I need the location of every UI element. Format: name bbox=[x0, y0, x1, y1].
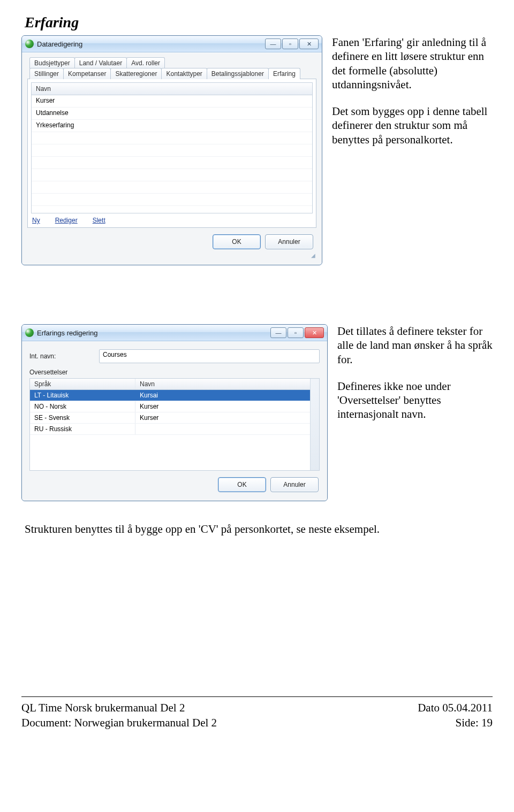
list-item[interactable] bbox=[32, 169, 312, 181]
body-text: Det tillates å definere tekster for alle… bbox=[337, 324, 493, 366]
cell-name bbox=[135, 427, 310, 431]
oversettelser-label: Oversettelser bbox=[29, 369, 320, 376]
dataredigering-window: Dataredigering — ▫ ✕ Budsjettyper Land /… bbox=[21, 35, 322, 265]
list-item[interactable] bbox=[32, 206, 312, 213]
body-text: Det som bygges opp i denne tabell define… bbox=[332, 104, 493, 147]
table-row[interactable]: NO - Norsk Kurser bbox=[30, 401, 310, 412]
tab-kompetanser[interactable]: Kompetanser bbox=[63, 68, 111, 79]
tab-skatteregioner[interactable]: Skatteregioner bbox=[110, 68, 162, 79]
body-text: Defineres ikke noe under 'Oversettelser'… bbox=[337, 379, 493, 422]
list-item[interactable] bbox=[32, 132, 312, 144]
maximize-button[interactable]: ▫ bbox=[288, 327, 304, 338]
globe-icon bbox=[25, 328, 34, 337]
close-button[interactable]: ✕ bbox=[299, 39, 319, 49]
ok-button[interactable]: OK bbox=[213, 234, 261, 249]
list-item[interactable] bbox=[32, 144, 312, 157]
resize-grip-icon[interactable]: ◢ bbox=[27, 252, 316, 259]
tab-budsjettyper[interactable]: Budsjettyper bbox=[29, 57, 75, 68]
erfaring-grid: Navn Kurser Utdannelse Yrkeserfaring bbox=[31, 82, 313, 213]
cell-lang: RU - Russisk bbox=[30, 424, 135, 434]
oversettelser-grid: Språk Navn LT - Litauisk Kursai NO - Nor… bbox=[29, 378, 320, 471]
list-item[interactable]: Utdannelse bbox=[32, 108, 312, 120]
footer-left-1: QL Time Norsk brukermanual Del 2 bbox=[21, 700, 217, 715]
tab-kontakttyper[interactable]: Kontakttyper bbox=[161, 68, 207, 79]
footer-left-2: Document: Norwegian brukermanual Del 2 bbox=[21, 715, 217, 730]
body-text: Strukturen benyttes til å bygge opp en '… bbox=[25, 523, 493, 536]
ny-link[interactable]: Ny bbox=[32, 217, 40, 224]
table-row[interactable]: RU - Russisk bbox=[30, 424, 310, 435]
cell-lang: SE - Svensk bbox=[30, 412, 135, 423]
minimize-button[interactable]: — bbox=[265, 39, 281, 49]
cell-lang: NO - Norsk bbox=[30, 401, 135, 412]
tab-avd-roller[interactable]: Avd. roller bbox=[126, 57, 165, 68]
intnavn-label: Int. navn: bbox=[29, 353, 94, 360]
titlebar: Erfarings redigering — ▫ ✕ bbox=[22, 325, 327, 341]
cell-name: Kursai bbox=[135, 390, 310, 401]
footer-right-2: Side: 19 bbox=[418, 715, 493, 730]
footer-right-1: Dato 05.04.2011 bbox=[418, 700, 493, 715]
maximize-button[interactable]: ▫ bbox=[282, 39, 298, 49]
cell-lang: LT - Litauisk bbox=[30, 390, 135, 401]
slett-link[interactable]: Slett bbox=[93, 217, 105, 224]
rediger-link[interactable]: Rediger bbox=[55, 217, 78, 224]
tab-stillinger[interactable]: Stillinger bbox=[29, 68, 64, 79]
grid-header-navn[interactable]: Navn bbox=[32, 83, 312, 95]
list-item[interactable] bbox=[32, 194, 312, 206]
window-title: Dataredigering bbox=[37, 40, 82, 48]
list-item[interactable] bbox=[32, 157, 312, 169]
table-row[interactable]: LT - Litauisk Kursai bbox=[30, 390, 310, 401]
col-header-sprak[interactable]: Språk bbox=[30, 379, 135, 389]
intnavn-input[interactable]: Courses bbox=[99, 349, 320, 363]
tab-betalingssjabloner[interactable]: Betalingssjabloner bbox=[207, 68, 269, 79]
cell-name: Kurser bbox=[135, 401, 310, 412]
window-title: Erfarings redigering bbox=[37, 329, 97, 337]
scrollbar[interactable] bbox=[310, 379, 319, 470]
col-header-navn[interactable]: Navn bbox=[135, 379, 310, 389]
tab-land-valutaer[interactable]: Land / Valutaer bbox=[74, 57, 127, 68]
tab-panel-erfaring: Navn Kurser Utdannelse Yrkeserfaring bbox=[27, 79, 316, 228]
cell-name: Kurser bbox=[135, 412, 310, 423]
page-footer: QL Time Norsk brukermanual Del 2 Documen… bbox=[21, 696, 493, 747]
cancel-button[interactable]: Annuler bbox=[270, 477, 319, 492]
table-row[interactable]: SE - Svensk Kurser bbox=[30, 412, 310, 424]
close-button[interactable]: ✕ bbox=[305, 327, 324, 338]
erfarings-redigering-window: Erfarings redigering — ▫ ✕ Int. navn: Co… bbox=[21, 324, 328, 501]
tab-erfaring[interactable]: Erfaring bbox=[268, 68, 300, 79]
cancel-button[interactable]: Annuler bbox=[265, 234, 313, 249]
page-title: Erfaring bbox=[25, 14, 493, 31]
titlebar: Dataredigering — ▫ ✕ bbox=[22, 36, 322, 52]
list-item[interactable]: Yrkeserfaring bbox=[32, 120, 312, 132]
body-text: Fanen 'Erfaring' gir anledning til å def… bbox=[332, 35, 493, 91]
globe-icon bbox=[25, 40, 34, 48]
list-item[interactable]: Kurser bbox=[32, 95, 312, 108]
list-item[interactable] bbox=[32, 181, 312, 194]
ok-button[interactable]: OK bbox=[218, 477, 266, 492]
minimize-button[interactable]: — bbox=[270, 327, 286, 338]
